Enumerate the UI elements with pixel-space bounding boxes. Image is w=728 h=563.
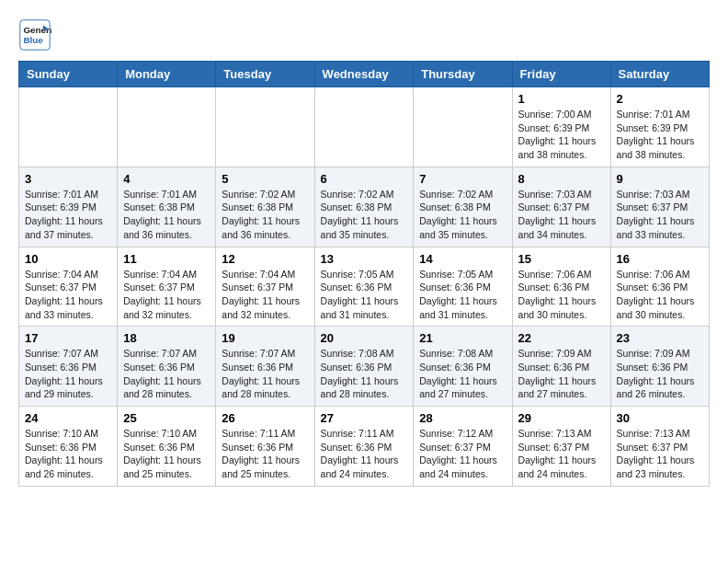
calendar-cell: 1Sunrise: 7:00 AM Sunset: 6:39 PM Daylig… bbox=[512, 87, 610, 167]
weekday-header: Wednesday bbox=[314, 62, 414, 87]
calendar-cell: 13Sunrise: 7:05 AM Sunset: 6:36 PM Dayli… bbox=[314, 247, 414, 327]
calendar-cell: 21Sunrise: 7:08 AM Sunset: 6:36 PM Dayli… bbox=[414, 327, 512, 407]
calendar-cell bbox=[118, 87, 216, 167]
day-info: Sunrise: 7:04 AM Sunset: 6:37 PM Dayligh… bbox=[123, 268, 210, 322]
day-number: 29 bbox=[518, 411, 605, 425]
day-info: Sunrise: 7:05 AM Sunset: 6:36 PM Dayligh… bbox=[321, 268, 408, 322]
calendar-cell bbox=[414, 87, 512, 167]
calendar-week-row: 17Sunrise: 7:07 AM Sunset: 6:36 PM Dayli… bbox=[19, 327, 710, 407]
day-info: Sunrise: 7:03 AM Sunset: 6:37 PM Dayligh… bbox=[617, 188, 703, 242]
day-number: 17 bbox=[25, 331, 111, 345]
day-number: 11 bbox=[123, 252, 210, 266]
day-number: 8 bbox=[518, 172, 605, 186]
weekday-header: Saturday bbox=[610, 62, 709, 87]
svg-text:General: General bbox=[23, 25, 51, 35]
day-number: 6 bbox=[321, 172, 408, 186]
svg-text:Blue: Blue bbox=[23, 35, 43, 45]
day-info: Sunrise: 7:07 AM Sunset: 6:36 PM Dayligh… bbox=[123, 347, 210, 401]
calendar-cell: 29Sunrise: 7:13 AM Sunset: 6:37 PM Dayli… bbox=[512, 407, 610, 487]
day-info: Sunrise: 7:10 AM Sunset: 6:36 PM Dayligh… bbox=[25, 427, 111, 481]
calendar-table: SundayMondayTuesdayWednesdayThursdayFrid… bbox=[18, 61, 710, 487]
day-info: Sunrise: 7:08 AM Sunset: 6:36 PM Dayligh… bbox=[321, 347, 408, 401]
calendar-cell: 14Sunrise: 7:05 AM Sunset: 6:36 PM Dayli… bbox=[414, 247, 512, 327]
day-info: Sunrise: 7:06 AM Sunset: 6:36 PM Dayligh… bbox=[617, 268, 703, 322]
calendar-cell: 20Sunrise: 7:08 AM Sunset: 6:36 PM Dayli… bbox=[314, 327, 414, 407]
day-info: Sunrise: 7:08 AM Sunset: 6:36 PM Dayligh… bbox=[419, 347, 506, 401]
calendar-header-row: SundayMondayTuesdayWednesdayThursdayFrid… bbox=[19, 62, 710, 87]
calendar-week-row: 24Sunrise: 7:10 AM Sunset: 6:36 PM Dayli… bbox=[19, 407, 710, 487]
calendar-cell: 5Sunrise: 7:02 AM Sunset: 6:38 PM Daylig… bbox=[216, 167, 314, 247]
calendar-cell: 22Sunrise: 7:09 AM Sunset: 6:36 PM Dayli… bbox=[512, 327, 610, 407]
calendar-cell: 26Sunrise: 7:11 AM Sunset: 6:36 PM Dayli… bbox=[216, 407, 314, 487]
day-number: 23 bbox=[617, 331, 703, 345]
day-info: Sunrise: 7:13 AM Sunset: 6:37 PM Dayligh… bbox=[617, 427, 703, 481]
calendar-cell: 15Sunrise: 7:06 AM Sunset: 6:36 PM Dayli… bbox=[512, 247, 610, 327]
calendar-cell: 6Sunrise: 7:02 AM Sunset: 6:38 PM Daylig… bbox=[314, 167, 414, 247]
weekday-header: Monday bbox=[118, 62, 216, 87]
calendar-cell: 2Sunrise: 7:01 AM Sunset: 6:39 PM Daylig… bbox=[610, 87, 709, 167]
day-info: Sunrise: 7:03 AM Sunset: 6:37 PM Dayligh… bbox=[518, 188, 605, 242]
day-info: Sunrise: 7:06 AM Sunset: 6:36 PM Dayligh… bbox=[518, 268, 605, 322]
calendar-cell: 17Sunrise: 7:07 AM Sunset: 6:36 PM Dayli… bbox=[19, 327, 118, 407]
day-info: Sunrise: 7:07 AM Sunset: 6:36 PM Dayligh… bbox=[222, 347, 308, 401]
day-number: 3 bbox=[25, 172, 111, 186]
day-info: Sunrise: 7:02 AM Sunset: 6:38 PM Dayligh… bbox=[321, 188, 408, 242]
calendar-cell: 10Sunrise: 7:04 AM Sunset: 6:37 PM Dayli… bbox=[19, 247, 118, 327]
day-number: 21 bbox=[419, 331, 506, 345]
calendar-cell: 12Sunrise: 7:04 AM Sunset: 6:37 PM Dayli… bbox=[216, 247, 314, 327]
calendar-cell: 9Sunrise: 7:03 AM Sunset: 6:37 PM Daylig… bbox=[610, 167, 709, 247]
day-number: 5 bbox=[222, 172, 308, 186]
day-info: Sunrise: 7:01 AM Sunset: 6:39 PM Dayligh… bbox=[25, 188, 111, 242]
weekday-header: Thursday bbox=[414, 62, 512, 87]
calendar-cell: 16Sunrise: 7:06 AM Sunset: 6:36 PM Dayli… bbox=[610, 247, 709, 327]
day-info: Sunrise: 7:10 AM Sunset: 6:36 PM Dayligh… bbox=[123, 427, 210, 481]
day-info: Sunrise: 7:11 AM Sunset: 6:36 PM Dayligh… bbox=[321, 427, 408, 481]
day-info: Sunrise: 7:02 AM Sunset: 6:38 PM Dayligh… bbox=[419, 188, 506, 242]
day-info: Sunrise: 7:02 AM Sunset: 6:38 PM Dayligh… bbox=[222, 188, 308, 242]
calendar-cell: 27Sunrise: 7:11 AM Sunset: 6:36 PM Dayli… bbox=[314, 407, 414, 487]
day-info: Sunrise: 7:04 AM Sunset: 6:37 PM Dayligh… bbox=[25, 268, 111, 322]
day-number: 9 bbox=[617, 172, 703, 186]
day-number: 30 bbox=[617, 411, 703, 425]
calendar-cell: 11Sunrise: 7:04 AM Sunset: 6:37 PM Dayli… bbox=[118, 247, 216, 327]
day-number: 24 bbox=[25, 411, 111, 425]
day-number: 7 bbox=[419, 172, 506, 186]
day-info: Sunrise: 7:09 AM Sunset: 6:36 PM Dayligh… bbox=[617, 347, 703, 401]
day-number: 20 bbox=[321, 331, 408, 345]
calendar-cell bbox=[216, 87, 314, 167]
weekday-header: Sunday bbox=[19, 62, 118, 87]
calendar-cell: 18Sunrise: 7:07 AM Sunset: 6:36 PM Dayli… bbox=[118, 327, 216, 407]
day-number: 12 bbox=[222, 252, 308, 266]
day-number: 18 bbox=[123, 331, 210, 345]
page-header: General Blue bbox=[18, 18, 710, 52]
day-number: 22 bbox=[518, 331, 605, 345]
calendar-cell: 7Sunrise: 7:02 AM Sunset: 6:38 PM Daylig… bbox=[414, 167, 512, 247]
weekday-header: Tuesday bbox=[216, 62, 314, 87]
logo: General Blue bbox=[18, 18, 51, 52]
calendar-cell: 28Sunrise: 7:12 AM Sunset: 6:37 PM Dayli… bbox=[414, 407, 512, 487]
calendar-cell: 30Sunrise: 7:13 AM Sunset: 6:37 PM Dayli… bbox=[610, 407, 709, 487]
day-number: 10 bbox=[25, 252, 111, 266]
day-number: 1 bbox=[518, 92, 605, 106]
calendar-cell bbox=[314, 87, 414, 167]
day-number: 25 bbox=[123, 411, 210, 425]
day-info: Sunrise: 7:01 AM Sunset: 6:38 PM Dayligh… bbox=[123, 188, 210, 242]
calendar-cell: 3Sunrise: 7:01 AM Sunset: 6:39 PM Daylig… bbox=[19, 167, 118, 247]
day-number: 19 bbox=[222, 331, 308, 345]
calendar-cell: 19Sunrise: 7:07 AM Sunset: 6:36 PM Dayli… bbox=[216, 327, 314, 407]
day-info: Sunrise: 7:07 AM Sunset: 6:36 PM Dayligh… bbox=[25, 347, 111, 401]
logo-icon: General Blue bbox=[18, 18, 51, 52]
calendar-cell: 24Sunrise: 7:10 AM Sunset: 6:36 PM Dayli… bbox=[19, 407, 118, 487]
calendar-cell: 8Sunrise: 7:03 AM Sunset: 6:37 PM Daylig… bbox=[512, 167, 610, 247]
calendar-week-row: 3Sunrise: 7:01 AM Sunset: 6:39 PM Daylig… bbox=[19, 167, 710, 247]
calendar-week-row: 10Sunrise: 7:04 AM Sunset: 6:37 PM Dayli… bbox=[19, 247, 710, 327]
day-number: 13 bbox=[321, 252, 408, 266]
weekday-header: Friday bbox=[512, 62, 610, 87]
calendar-cell: 23Sunrise: 7:09 AM Sunset: 6:36 PM Dayli… bbox=[610, 327, 709, 407]
day-number: 2 bbox=[617, 92, 703, 106]
day-info: Sunrise: 7:13 AM Sunset: 6:37 PM Dayligh… bbox=[518, 427, 605, 481]
calendar-cell: 4Sunrise: 7:01 AM Sunset: 6:38 PM Daylig… bbox=[118, 167, 216, 247]
calendar-week-row: 1Sunrise: 7:00 AM Sunset: 6:39 PM Daylig… bbox=[19, 87, 710, 167]
day-info: Sunrise: 7:11 AM Sunset: 6:36 PM Dayligh… bbox=[222, 427, 308, 481]
day-info: Sunrise: 7:12 AM Sunset: 6:37 PM Dayligh… bbox=[419, 427, 506, 481]
